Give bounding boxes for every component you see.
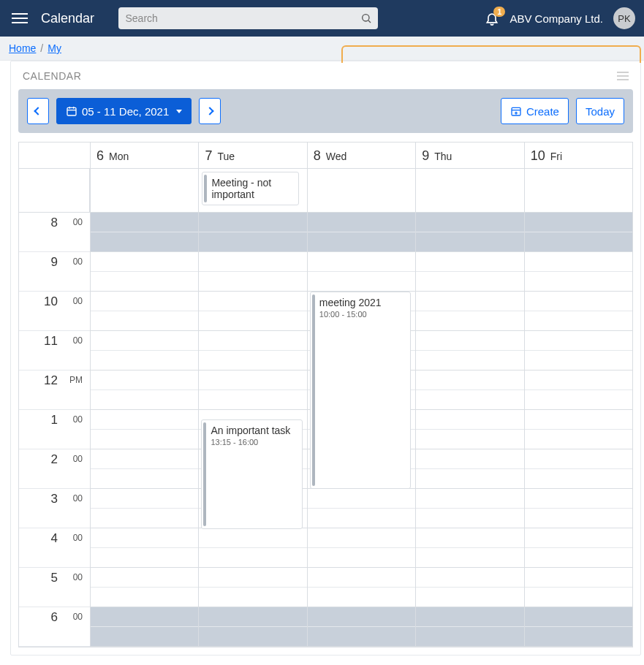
time-slot[interactable]	[525, 410, 632, 430]
calendar-event[interactable]: meeting 202110:00 - 15:00	[310, 292, 411, 489]
time-slot[interactable]	[416, 370, 523, 390]
time-slot[interactable]	[308, 272, 415, 292]
time-slot[interactable]	[525, 272, 632, 292]
time-slot[interactable]	[308, 548, 415, 568]
time-slot[interactable]	[91, 292, 198, 311]
time-slot[interactable]	[91, 370, 198, 390]
day-header[interactable]: 10 Fri	[524, 142, 632, 168]
time-slot[interactable]	[308, 528, 415, 548]
time-slot[interactable]	[199, 311, 306, 331]
time-slot[interactable]	[199, 607, 306, 627]
time-slot[interactable]	[525, 588, 632, 607]
day-column[interactable]: meeting 202110:00 - 15:00	[307, 213, 415, 647]
day-column[interactable]	[524, 213, 632, 647]
time-slot[interactable]	[199, 528, 306, 548]
time-slot[interactable]	[91, 410, 198, 430]
day-header[interactable]: 8 Wed	[307, 142, 415, 168]
day-column[interactable]	[415, 213, 523, 647]
time-slot[interactable]	[525, 390, 632, 410]
time-slot[interactable]	[308, 568, 415, 588]
time-slot[interactable]	[199, 370, 306, 390]
time-slot[interactable]	[91, 390, 198, 410]
time-slot[interactable]	[91, 509, 198, 528]
time-slot[interactable]	[416, 390, 523, 410]
time-slot[interactable]	[416, 588, 523, 607]
time-slot[interactable]	[525, 213, 632, 232]
time-slot[interactable]	[416, 430, 523, 449]
time-slot[interactable]	[199, 627, 306, 647]
time-slot[interactable]	[308, 232, 415, 252]
time-slot[interactable]	[199, 351, 306, 370]
time-slot[interactable]	[91, 272, 198, 292]
calendar-event[interactable]: An important task13:15 - 16:00	[201, 419, 302, 529]
avatar[interactable]: PK	[613, 7, 635, 29]
time-slot[interactable]	[525, 430, 632, 449]
next-week-button[interactable]	[199, 98, 221, 124]
time-slot[interactable]	[416, 627, 523, 647]
time-slot[interactable]	[525, 548, 632, 568]
breadcrumb-home[interactable]: Home	[9, 42, 36, 54]
card-menu-icon[interactable]	[617, 72, 629, 80]
time-slot[interactable]	[416, 410, 523, 430]
time-slot[interactable]	[199, 588, 306, 607]
time-slot[interactable]	[308, 588, 415, 607]
breadcrumb-current[interactable]: My	[48, 42, 61, 54]
time-slot[interactable]	[199, 548, 306, 568]
time-slot[interactable]	[416, 252, 523, 272]
time-slot[interactable]	[199, 292, 306, 311]
time-slot[interactable]	[308, 627, 415, 647]
time-slot[interactable]	[91, 331, 198, 351]
time-slot[interactable]	[525, 351, 632, 370]
time-slot[interactable]	[525, 232, 632, 252]
today-button[interactable]: Today	[576, 98, 624, 124]
time-slot[interactable]	[525, 607, 632, 627]
day-header[interactable]: 6 Mon	[90, 142, 198, 168]
time-slot[interactable]	[416, 331, 523, 351]
time-slot[interactable]	[91, 252, 198, 272]
time-slot[interactable]	[91, 449, 198, 469]
time-slot[interactable]	[416, 568, 523, 588]
time-slot[interactable]	[91, 548, 198, 568]
allday-cell[interactable]	[307, 169, 415, 212]
time-slot[interactable]	[199, 213, 306, 232]
time-slot[interactable]	[416, 469, 523, 489]
time-slot[interactable]	[525, 331, 632, 351]
time-slot[interactable]	[308, 252, 415, 272]
prev-week-button[interactable]	[27, 98, 49, 124]
time-slot[interactable]	[525, 252, 632, 272]
company-name[interactable]: ABV Company Ltd.	[509, 12, 603, 25]
time-slot[interactable]	[199, 568, 306, 588]
time-slot[interactable]	[199, 390, 306, 410]
time-slot[interactable]	[525, 469, 632, 489]
day-header[interactable]: 7 Tue	[198, 142, 306, 168]
time-slot[interactable]	[525, 370, 632, 390]
menu-icon[interactable]	[9, 10, 31, 26]
time-slot[interactable]	[416, 351, 523, 370]
time-slot[interactable]	[525, 509, 632, 528]
time-slot[interactable]	[416, 292, 523, 311]
search-input[interactable]	[118, 7, 378, 29]
time-slot[interactable]	[91, 469, 198, 489]
time-slot[interactable]	[91, 430, 198, 449]
time-slot[interactable]	[416, 311, 523, 331]
time-slot[interactable]	[525, 568, 632, 588]
time-slot[interactable]	[525, 489, 632, 509]
day-column[interactable]: An important task13:15 - 16:00	[198, 213, 306, 647]
time-slot[interactable]	[91, 489, 198, 509]
time-slot[interactable]	[308, 489, 415, 509]
time-slot[interactable]	[525, 449, 632, 469]
time-slot[interactable]	[416, 548, 523, 568]
time-slot[interactable]	[416, 232, 523, 252]
time-slot[interactable]	[308, 509, 415, 528]
allday-event[interactable]: Meeting - not important	[202, 172, 298, 205]
time-slot[interactable]	[199, 272, 306, 292]
time-slot[interactable]	[91, 528, 198, 548]
day-column[interactable]	[90, 213, 198, 647]
time-slot[interactable]	[525, 292, 632, 311]
time-slot[interactable]	[416, 509, 523, 528]
allday-cell[interactable]	[524, 169, 632, 212]
time-slot[interactable]	[199, 232, 306, 252]
time-slot[interactable]	[91, 627, 198, 647]
time-slot[interactable]	[525, 311, 632, 331]
notifications-button[interactable]: 1	[485, 11, 499, 26]
